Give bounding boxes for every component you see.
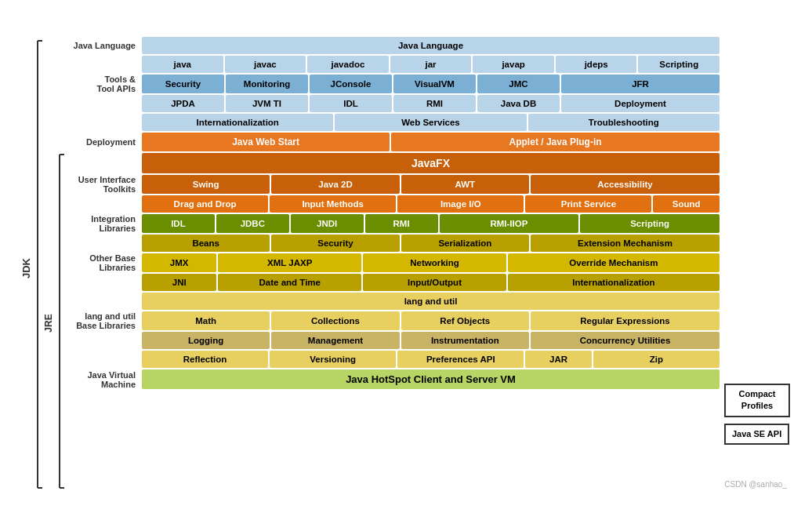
cell-input-methods: Input Methods <box>270 195 396 213</box>
cell-lang-util-header: lang and util <box>142 293 720 310</box>
cell-java: java <box>142 56 223 73</box>
cell-xml-jaxp: XML JAXP <box>218 253 361 272</box>
cell-extension-mechanism: Extension Mechanism <box>531 235 720 252</box>
ui-row2-cells: Drag and Drop Input Methods Image I/O Pr… <box>142 195 720 213</box>
cell-hotspot-vm: Java HotSpot Client and Server VM <box>142 369 720 389</box>
cell-web-services: Web Services <box>335 114 526 131</box>
compact-profiles-box: Compact Profiles <box>724 384 790 417</box>
lang-util-row3-cells: Reflection Versioning Preferences API JA… <box>142 351 720 368</box>
cell-override-mechanism: Override Mechanism <box>508 253 720 272</box>
java-language-cells: Java Language <box>142 37 720 54</box>
cell-internationalization-base: Internationalization <box>508 274 720 291</box>
cell-serialization: Serialization <box>401 235 529 252</box>
label-lang-util-empty3 <box>66 351 140 368</box>
label-other-base-empty1 <box>66 235 140 252</box>
lang-util-row1-section: lang and utilBase Libraries Math Collect… <box>66 311 720 330</box>
other-base-row2-section: Other BaseLibraries JMX XML JAXP Network… <box>66 253 720 272</box>
cell-jar: jar <box>390 56 472 73</box>
cell-concurrency-utilities: Concurrency Utilities <box>531 332 720 349</box>
jre-label: JRE <box>44 314 54 332</box>
cell-zip: Zip <box>593 351 720 368</box>
cell-jmx: JMX <box>142 253 216 272</box>
java-se-api-box: Java SE API <box>724 424 789 445</box>
cell-scripting-tool: Scripting <box>638 56 720 73</box>
label-lang-util-empty <box>66 293 140 310</box>
jvm-cells: Java HotSpot Client and Server VM <box>142 369 720 389</box>
cell-date-time: Date and Time <box>218 274 361 291</box>
cell-javac: javac <box>225 56 306 73</box>
cell-jfr: JFR <box>561 75 720 93</box>
deployment-section: Deployment Java Web Start Applet / Java … <box>66 133 720 151</box>
cell-monitoring: Monitoring <box>226 75 308 93</box>
cell-instrumentation: Instrumentation <box>401 332 529 349</box>
cell-javafx: JavaFX <box>142 153 720 173</box>
cell-print-service: Print Service <box>525 195 651 213</box>
label-lang-util-empty2 <box>66 332 140 349</box>
cell-jni: JNI <box>142 274 216 291</box>
ui-row1-cells: Swing Java 2D AWT Accessibility <box>142 175 720 194</box>
ui-row1-section: User InterfaceToolkits Swing Java 2D AWT… <box>66 175 720 194</box>
javafx-section: JavaFX <box>66 153 720 173</box>
ui-row2-section: Drag and Drop Input Methods Image I/O Pr… <box>66 195 720 213</box>
right-labels: Compact Profiles Java SE API <box>720 37 790 492</box>
label-ui-empty2 <box>66 195 140 213</box>
cell-javadoc: javadoc <box>307 56 389 73</box>
tools-row2-section: Tools &Tool APIs Security Monitoring JCo… <box>66 75 720 93</box>
cell-drag-drop: Drag and Drop <box>142 195 268 213</box>
cell-deployment-tool: Deployment <box>561 95 720 112</box>
label-tools-empty1 <box>66 56 140 73</box>
cell-beans: Beans <box>142 235 270 252</box>
tools-row3-cells: JPDA JVM TI IDL RMI Java DB Deployment <box>142 95 720 112</box>
label-java-language: Java Language <box>66 37 140 54</box>
jre-bracket: JRE <box>44 37 66 492</box>
cell-jdbc: JDBC <box>216 214 289 233</box>
cell-javap: javap <box>473 56 554 73</box>
cell-rmi-iiop: RMI-IIOP <box>440 214 579 233</box>
cell-accessibility: Accessibility <box>531 175 720 194</box>
cell-jar: JAR <box>525 351 592 368</box>
cell-regular-expressions: Regular Expressions <box>531 311 720 330</box>
cell-scripting-int: Scripting <box>580 214 720 233</box>
cell-networking: Networking <box>363 253 506 272</box>
integration-section: IntegrationLibraries IDL JDBC JNDI RMI R… <box>66 214 720 233</box>
label-other-base: Other BaseLibraries <box>66 253 140 272</box>
cell-visualvm: VisualVM <box>393 75 476 93</box>
label-tools-empty4 <box>66 114 140 131</box>
javafx-cells: JavaFX <box>142 153 720 173</box>
cell-security-base: Security <box>271 235 399 252</box>
cell-idl: IDL <box>142 214 215 233</box>
cell-jpda: JPDA <box>142 95 224 112</box>
label-tools-empty3 <box>66 95 140 112</box>
other-base-row1-cells: Beans Security Serialization Extension M… <box>142 235 720 252</box>
tools-row4-cells: Internationalization Web Services Troubl… <box>142 114 720 131</box>
label-other-base-empty3 <box>66 274 140 291</box>
lang-util-header-section: lang and util <box>66 293 720 310</box>
cell-math: Math <box>142 311 270 330</box>
jdk-bracket-svg: JDK <box>22 37 44 492</box>
cell-jndi: JNDI <box>291 214 364 233</box>
lang-util-row2-section: Logging Management Instrumentation Concu… <box>66 332 720 349</box>
cell-swing: Swing <box>142 175 270 194</box>
cell-ref-objects: Ref Objects <box>401 311 529 330</box>
cell-rmi-tool: RMI <box>393 95 476 112</box>
cell-java2d: Java 2D <box>271 175 399 194</box>
other-base-row3-cells: JNI Date and Time Input/Output Internati… <box>142 274 720 291</box>
cell-jconsole: JConsole <box>310 75 392 93</box>
lang-util-row1-cells: Math Collections Ref Objects Regular Exp… <box>142 311 720 330</box>
lang-util-row3-section: Reflection Versioning Preferences API JA… <box>66 351 720 368</box>
lang-util-header-cells: lang and util <box>142 293 720 310</box>
cell-versioning: Versioning <box>270 351 396 368</box>
label-lang-util-base: lang and utilBase Libraries <box>66 311 140 330</box>
deployment-cells: Java Web Start Applet / Java Plug-in <box>142 133 720 151</box>
jdk-bracket: JDK <box>22 37 44 492</box>
cell-security-tool: Security <box>142 75 224 93</box>
cell-jmc: JMC <box>477 75 560 93</box>
cell-input-output: Input/Output <box>363 274 506 291</box>
cell-management: Management <box>271 332 399 349</box>
cell-applet-plugin: Applet / Java Plug-in <box>391 133 720 151</box>
other-base-row3-section: JNI Date and Time Input/Output Internati… <box>66 274 720 291</box>
cell-internationalization-tool: Internationalization <box>142 114 333 131</box>
cell-java-web-start: Java Web Start <box>142 133 390 151</box>
label-tools-tool-apis: Tools &Tool APIs <box>66 75 140 93</box>
lang-util-row2-cells: Logging Management Instrumentation Concu… <box>142 332 720 349</box>
